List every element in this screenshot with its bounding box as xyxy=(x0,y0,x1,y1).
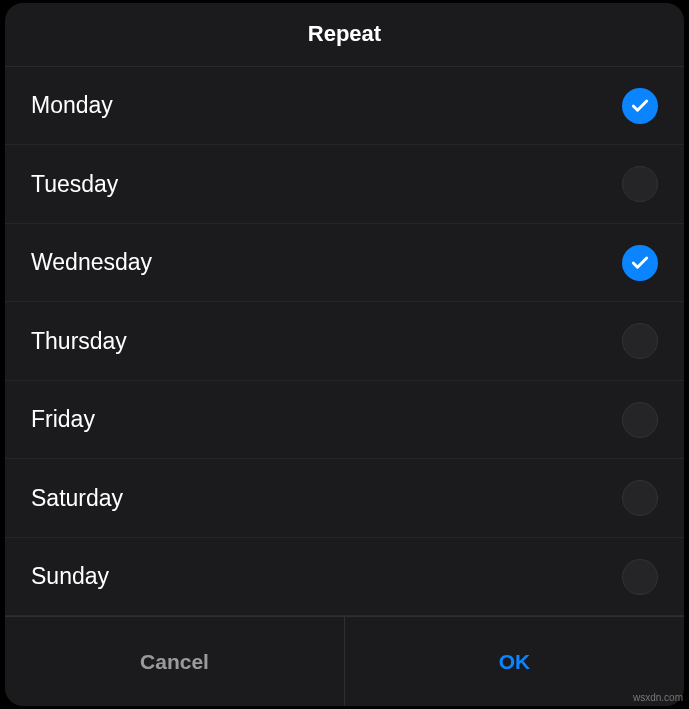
row-monday[interactable]: Monday xyxy=(5,67,684,146)
cancel-button[interactable]: Cancel xyxy=(5,617,345,706)
row-label: Wednesday xyxy=(31,249,152,276)
row-wednesday[interactable]: Wednesday xyxy=(5,224,684,303)
row-label: Friday xyxy=(31,406,95,433)
checkbox-monday[interactable] xyxy=(622,88,658,124)
row-tuesday[interactable]: Tuesday xyxy=(5,145,684,224)
row-sunday[interactable]: Sunday xyxy=(5,538,684,617)
day-list: Monday Tuesday Wednesday Thursday xyxy=(5,67,684,617)
dialog-title: Repeat xyxy=(308,21,381,47)
checkbox-thursday[interactable] xyxy=(622,323,658,359)
row-label: Tuesday xyxy=(31,171,118,198)
row-saturday[interactable]: Saturday xyxy=(5,459,684,538)
check-icon xyxy=(630,253,650,273)
checkbox-wednesday[interactable] xyxy=(622,245,658,281)
row-label: Saturday xyxy=(31,485,123,512)
checkbox-tuesday[interactable] xyxy=(622,166,658,202)
row-thursday[interactable]: Thursday xyxy=(5,302,684,381)
watermark: wsxdn.com xyxy=(633,692,683,703)
row-label: Monday xyxy=(31,92,113,119)
dialog-footer: Cancel OK xyxy=(5,616,684,706)
checkbox-sunday[interactable] xyxy=(622,559,658,595)
row-friday[interactable]: Friday xyxy=(5,381,684,460)
row-label: Thursday xyxy=(31,328,127,355)
dialog-header: Repeat xyxy=(5,3,684,67)
checkbox-saturday[interactable] xyxy=(622,480,658,516)
repeat-dialog: Repeat Monday Tuesday Wednesday Thurs xyxy=(5,3,684,706)
check-icon xyxy=(630,96,650,116)
checkbox-friday[interactable] xyxy=(622,402,658,438)
row-label: Sunday xyxy=(31,563,109,590)
